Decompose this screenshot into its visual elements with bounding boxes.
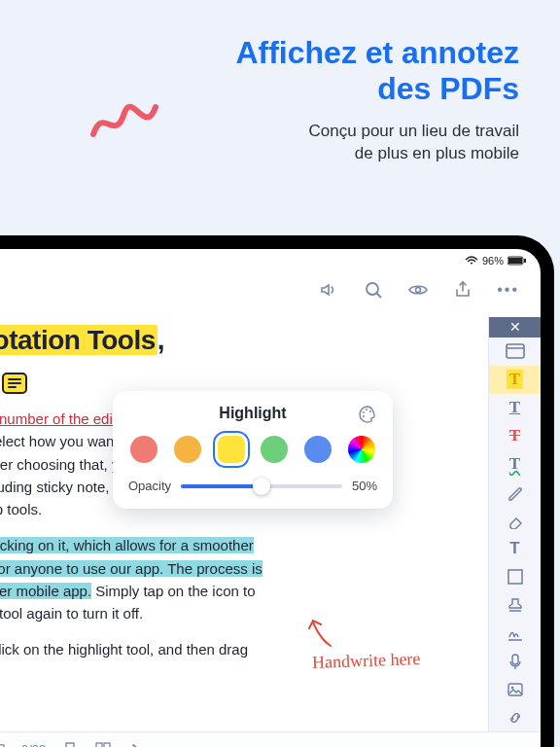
top-toolbar: ••• <box>0 270 541 309</box>
doc-p3: e, click on the highlight tool, and then… <box>0 641 248 658</box>
swatch-orange[interactable] <box>174 436 201 463</box>
swatch-green[interactable] <box>261 436 288 463</box>
sidebar-eraser-tool[interactable] <box>489 507 541 535</box>
sidebar-stamp-tool[interactable] <box>489 590 541 619</box>
doc-p1-l5: amp tools. <box>0 501 42 517</box>
opacity-slider-fill <box>181 484 262 488</box>
next-icon[interactable] <box>127 741 145 748</box>
sidebar-underline-tool[interactable]: T <box>489 394 541 422</box>
status-bar: 96% <box>465 255 527 267</box>
swatch-red[interactable] <box>130 436 158 463</box>
book-icon[interactable] <box>0 741 6 748</box>
swatch-yellow[interactable] <box>218 436 245 463</box>
doc-p1-underlined: d a number of the editi <box>0 410 120 427</box>
search-icon[interactable] <box>363 279 384 301</box>
sticky-note-icon[interactable] <box>2 373 27 394</box>
doc-p1-l4: including sticky note, h <box>0 479 122 495</box>
doc-p2-tail: Simply tap on the icon to <box>91 583 255 599</box>
tablet-frame: 96% ••• notation Tools, y d a number of … <box>0 235 554 747</box>
opacity-slider-thumb[interactable] <box>253 478 270 495</box>
eye-icon[interactable] <box>407 279 429 301</box>
thumbnails-icon[interactable] <box>94 741 112 748</box>
sidebar-close[interactable]: ✕ <box>489 317 541 338</box>
swatch-blue[interactable] <box>304 436 332 463</box>
opacity-value: 50% <box>352 479 377 493</box>
doc-title-highlighted: notation Tools <box>0 325 158 355</box>
promo-header: Affichez et annotez des PDFs Conçu pour … <box>0 0 560 164</box>
sidebar-audio-tool[interactable] <box>489 647 541 675</box>
svg-point-15 <box>510 686 513 689</box>
doc-p2-h2: sy for anyone to use our app. The proces… <box>0 560 262 577</box>
promo-headline: Affichez et annotez des PDFs <box>0 35 519 107</box>
promo-sub: Conçu pour un lieu de travail de plus en… <box>0 121 519 165</box>
palette-icon[interactable] <box>358 405 377 424</box>
sidebar-textbox-tool[interactable]: T <box>489 534 541 562</box>
popup-title-text: Highlight <box>219 405 286 421</box>
battery-icon <box>508 256 527 266</box>
sidebar-shape-tool[interactable] <box>489 562 541 590</box>
bottom-toolbar: 9/33 <box>0 731 541 747</box>
opacity-label: Opacity <box>128 479 171 493</box>
sidebar-link-tool[interactable] <box>489 703 541 731</box>
svg-point-8 <box>369 410 371 412</box>
highlight-popup: Highlight Opacity 50% <box>113 391 393 509</box>
promo-headline-l1: Affichez et annotez <box>235 35 519 70</box>
sidebar-outline-icon[interactable] <box>489 338 541 366</box>
sidebar-strike-tool[interactable]: T <box>489 422 541 450</box>
handwrite-annotation: Handwrite here <box>311 646 420 677</box>
doc-p2-h1: y clicking on it, which allows for a smo… <box>0 537 254 553</box>
svg-rect-10 <box>507 344 524 358</box>
wifi-icon <box>465 256 478 266</box>
doc-title: notation Tools, y <box>0 325 164 394</box>
popup-title: Highlight <box>128 405 377 422</box>
doc-p2-l4: the tool again to turn it off. <box>0 605 143 622</box>
sidebar-highlight-tool[interactable]: T <box>489 366 541 394</box>
svg-rect-16 <box>96 743 102 748</box>
svg-point-6 <box>363 411 365 413</box>
annotation-sidebar: ✕ T T T T T <box>488 317 541 731</box>
battery-pct: 96% <box>482 255 504 267</box>
promo-sub-l2: de plus en plus mobile <box>355 144 519 162</box>
svg-rect-1 <box>508 258 522 264</box>
svg-point-5 <box>416 288 421 293</box>
doc-p2-h3: eader mobile app. <box>0 583 91 599</box>
sidebar-signature-tool[interactable] <box>489 619 541 647</box>
doc-p1-l2: n select how you want t <box>0 433 126 449</box>
svg-rect-2 <box>524 259 526 263</box>
svg-line-4 <box>376 293 381 298</box>
more-icon[interactable]: ••• <box>497 281 519 299</box>
page-indicator[interactable]: 9/33 <box>21 742 46 747</box>
promo-headline-l2: des PDFs <box>377 71 519 106</box>
bookmark-icon[interactable] <box>61 741 79 748</box>
sidebar-squiggly-tool[interactable]: T <box>489 450 541 479</box>
promo-sub-l1: Conçu pour un lieu de travail <box>309 122 519 140</box>
share-icon[interactable] <box>452 279 473 301</box>
color-swatches <box>130 436 375 463</box>
svg-rect-12 <box>508 570 522 584</box>
document-page[interactable]: notation Tools, y d a number of the edit… <box>0 317 486 731</box>
swatch-custom[interactable] <box>348 436 375 463</box>
svg-rect-17 <box>104 743 110 748</box>
sidebar-image-tool[interactable] <box>489 675 541 703</box>
doc-p1-l3: . After choosing that, y <box>0 456 119 473</box>
opacity-row: Opacity 50% <box>128 479 377 493</box>
tablet-screen: 96% ••• notation Tools, y d a number of … <box>0 249 541 747</box>
svg-point-9 <box>363 415 365 417</box>
squiggle-decoration <box>86 93 163 152</box>
opacity-slider[interactable] <box>181 484 342 488</box>
tts-icon[interactable] <box>318 279 339 301</box>
svg-point-7 <box>366 409 368 410</box>
doc-title-tail: , <box>158 325 164 355</box>
svg-rect-13 <box>512 655 518 664</box>
doc-paragraph-2: y clicking on it, which allows for a smo… <box>0 534 469 624</box>
svg-rect-14 <box>508 684 522 695</box>
sidebar-ink-tool[interactable] <box>489 479 541 507</box>
handwrite-arrow-icon <box>301 613 340 652</box>
